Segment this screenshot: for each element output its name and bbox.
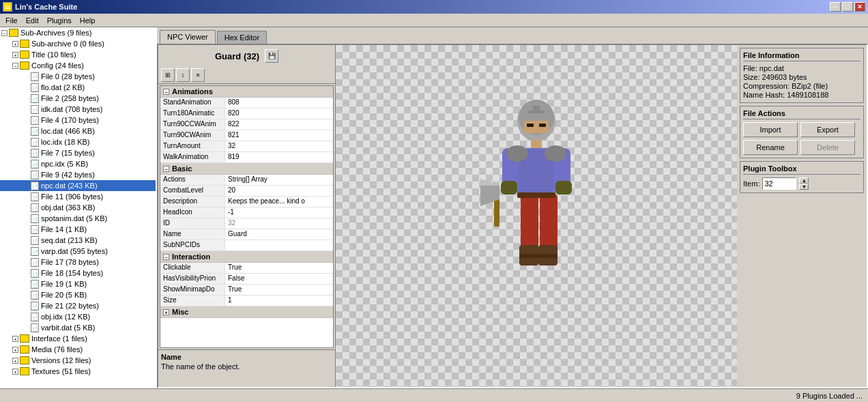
prop-section-header[interactable]: −Basic (160, 163, 333, 175)
prop-value[interactable] (225, 240, 333, 250)
menu-edit[interactable]: Edit (22, 15, 43, 26)
toolbar-btn-1[interactable]: ⊞ (161, 68, 175, 82)
tree-item[interactable]: 📄seq.dat (213 KB) (0, 235, 156, 246)
prop-name: Name (160, 229, 225, 240)
prop-value[interactable]: String[] Array (225, 175, 333, 185)
tree-item-label: File 14 (1 KB) (41, 225, 87, 233)
tree-item[interactable]: 📄loc.idx (18 KB) (0, 137, 156, 147)
action-buttons: Import Export (743, 122, 860, 137)
hash-value: 1489108188 (787, 91, 828, 99)
file-tree-panel: −Sub-Archives (9 files)+Sub-archive 0 (0… (0, 27, 157, 388)
prop-value[interactable]: False (225, 274, 333, 284)
tree-item-label: varbit.dat (5 KB) (41, 324, 95, 332)
tree-item[interactable]: +Interface (1 files) (0, 333, 156, 344)
maximize-button[interactable]: □ (842, 2, 853, 12)
prop-value[interactable]: 32 (225, 218, 333, 229)
menu-plugins[interactable]: Plugins (43, 15, 76, 26)
tree-item[interactable]: 📄varp.dat (595 bytes) (0, 246, 156, 257)
tree-item-label: Title (10 files) (31, 51, 76, 59)
tree-item[interactable]: +Textures (51 files) (0, 366, 156, 377)
prop-value[interactable]: 32 (225, 141, 333, 152)
tree-item-label: obj.idx (12 KB) (41, 313, 90, 321)
prop-value[interactable]: Guard (225, 229, 333, 240)
menu-help[interactable]: Help (76, 15, 100, 26)
import-button[interactable]: Import (743, 122, 798, 137)
tree-item[interactable]: 📄spotanim.dat (5 KB) (0, 213, 156, 224)
tree-item[interactable]: 📄varbit.dat (5 KB) (0, 322, 156, 333)
prop-value[interactable]: True (225, 263, 333, 273)
tree-item[interactable]: 📄File 18 (154 bytes) (0, 268, 156, 278)
properties-grid[interactable]: −AnimationsStandAnimation808Turn180Anima… (160, 85, 334, 348)
tree-item[interactable]: 📄File 19 (1 KB) (0, 278, 156, 289)
title-bar: 🗂 Lin's Cache Suite ─ □ ✕ (0, 0, 868, 14)
prop-name: Clickable (160, 263, 225, 273)
toolbar-btn-2[interactable]: ↕ (176, 68, 190, 82)
tree-item[interactable]: −Config (24 files) (0, 60, 156, 71)
tree-item-label: seq.dat (213 KB) (41, 236, 98, 244)
tree-item[interactable]: +Title (10 files) (0, 49, 156, 60)
plugin-item-row: Item: ▲ ▼ (743, 177, 860, 190)
prop-value[interactable]: 822 (225, 119, 333, 130)
tree-item[interactable]: +Versions (12 files) (0, 355, 156, 366)
svg-rect-19 (517, 192, 555, 198)
prop-value[interactable]: 1 (225, 296, 333, 306)
prop-row: DescriptionKeeps the peace... kind o (160, 197, 333, 207)
tab-npc-viewer[interactable]: NPC Viewer (160, 30, 216, 44)
prop-row: Turn90CCWAnim822 (160, 119, 333, 130)
file-actions-title: File Actions (743, 109, 860, 119)
spin-up-button[interactable]: ▲ (799, 177, 809, 184)
tree-item[interactable]: 📄File 2 (258 bytes) (0, 93, 156, 104)
tree-item[interactable]: 📄File 11 (906 bytes) (0, 191, 156, 202)
tree-item-label: File 20 (5 KB) (41, 291, 87, 299)
sprite-viewer (336, 45, 737, 387)
action-buttons-2: Rename Delete (743, 140, 860, 155)
tree-item[interactable]: 📄File 14 (1 KB) (0, 224, 156, 235)
menu-file[interactable]: File (1, 15, 22, 26)
prop-value[interactable]: 821 (225, 130, 333, 141)
tab-hex-editor[interactable]: Hex Editor (217, 31, 267, 44)
svg-rect-7 (531, 140, 542, 148)
close-button[interactable]: ✕ (854, 2, 865, 12)
tree-item[interactable]: 📄File 20 (5 KB) (0, 289, 156, 300)
tree-item[interactable]: 📄obj.dat (363 KB) (0, 202, 156, 213)
tree-item[interactable]: 📄File 21 (22 bytes) (0, 300, 156, 311)
prop-name: WalkAnimation (160, 152, 225, 162)
tree-item[interactable]: 📄npc.dat (243 KB) (0, 180, 156, 191)
plugin-item-input[interactable] (762, 177, 796, 190)
prop-section-header[interactable]: +Misc (160, 306, 333, 318)
tree-item-label: Config (24 files) (31, 61, 84, 70)
tree-item[interactable]: +Sub-archive 0 (0 files) (0, 38, 156, 49)
prop-value[interactable]: 819 (225, 152, 333, 162)
prop-value[interactable]: True (225, 285, 333, 295)
tree-item[interactable]: 📄loc.dat (466 KB) (0, 126, 156, 137)
tree-item[interactable]: 📄File 0 (28 bytes) (0, 71, 156, 82)
tree-item[interactable]: 📄flo.dat (2 KB) (0, 82, 156, 93)
prop-value[interactable]: Keeps the peace... kind o (225, 197, 333, 207)
minimize-button[interactable]: ─ (830, 2, 841, 12)
prop-value[interactable]: 20 (225, 186, 333, 196)
tree-item[interactable]: 📄File 9 (42 bytes) (0, 169, 156, 180)
prop-section-header[interactable]: −Animations (160, 86, 333, 98)
prop-section-header[interactable]: −Interaction (160, 251, 333, 263)
tree-item[interactable]: 📄obj.idx (12 KB) (0, 311, 156, 322)
prop-value[interactable]: -1 (225, 207, 333, 218)
description-panel: Name The name of the object. (158, 349, 335, 387)
spin-down-button[interactable]: ▼ (799, 184, 809, 190)
toolbar-btn-3[interactable]: ≡ (191, 68, 205, 82)
tree-item[interactable]: 📄npc.idx (5 KB) (0, 158, 156, 169)
save-button[interactable]: 💾 (265, 49, 278, 63)
file-tree[interactable]: −Sub-Archives (9 files)+Sub-archive 0 (0… (0, 27, 156, 388)
tree-item[interactable]: 📄File 17 (78 bytes) (0, 257, 156, 268)
tree-item-label: File 9 (42 bytes) (41, 171, 95, 179)
tree-item[interactable]: 📄File 7 (15 bytes) (0, 147, 156, 158)
prop-value[interactable]: 808 (225, 98, 333, 108)
tree-item[interactable]: 📄idk.dat (708 bytes) (0, 104, 156, 115)
tree-item[interactable]: +Media (76 files) (0, 344, 156, 355)
rename-button[interactable]: Rename (743, 140, 798, 155)
delete-button[interactable]: Delete (800, 140, 855, 155)
prop-value[interactable]: 820 (225, 109, 333, 119)
tree-item[interactable]: −Sub-Archives (9 files) (0, 27, 156, 38)
window-title: Lin's Cache Suite (15, 3, 77, 11)
export-button[interactable]: Export (800, 122, 855, 137)
tree-item[interactable]: 📄File 4 (170 bytes) (0, 115, 156, 126)
